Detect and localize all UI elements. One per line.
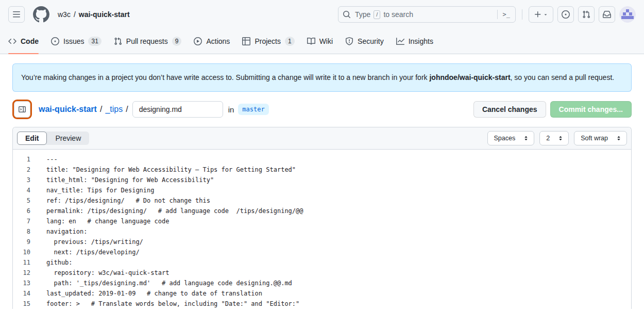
github-mark-icon: [33, 6, 49, 23]
tab-actions[interactable]: Actions: [190, 29, 234, 54]
file-editor-panel: Edit Preview Spaces2Soft wrap 1---2title…: [12, 127, 632, 309]
avatar[interactable]: [619, 6, 636, 23]
line-text: title: "Designing for Web Accessibility …: [30, 166, 296, 173]
line-number: 2: [13, 166, 30, 173]
line-number: 1: [13, 156, 30, 163]
commit-changes-button[interactable]: Commit changes...: [550, 101, 632, 118]
filename-input[interactable]: [132, 101, 223, 118]
line-number: 14: [13, 290, 30, 297]
tab-counter: 1: [285, 37, 295, 46]
tab-security[interactable]: Security: [341, 29, 388, 54]
pull-requests-header-button[interactable]: [578, 6, 595, 23]
tab-label: Actions: [206, 37, 230, 45]
code-icon: [8, 37, 16, 45]
code-line[interactable]: 3title_html: "Designing for Web Accessib…: [13, 175, 631, 185]
issues-header-button[interactable]: [557, 6, 574, 23]
play-icon: [194, 37, 202, 45]
unfold-icon: [557, 135, 564, 142]
line-number: 13: [13, 280, 30, 287]
line-text: title_html: "Designing for Web Accessibi…: [30, 176, 214, 184]
tab-label: Insights: [409, 37, 433, 45]
breadcrumb-dir-link[interactable]: _tips: [105, 105, 123, 114]
banner-text-after: , so you can send a pull request.: [511, 73, 615, 81]
tab-counter: 31: [88, 37, 101, 46]
tab-code[interactable]: Code: [4, 29, 43, 54]
code-line[interactable]: 12 repository: w3c/wai-quick-start: [13, 268, 631, 278]
cancel-changes-button[interactable]: Cancel changes: [473, 101, 546, 118]
main-content: You’re making changes in a project you d…: [0, 63, 644, 309]
select-value: Spaces: [494, 135, 516, 142]
line-number: 10: [13, 249, 30, 256]
code-editor[interactable]: 1---2title: "Designing for Web Accessibi…: [13, 150, 631, 309]
line-text: path: '_tips/designing.md' # add languag…: [30, 280, 292, 287]
issue-opened-icon: [562, 10, 570, 19]
line-number: 6: [13, 207, 30, 215]
tab-pull-requests[interactable]: Pull requests9: [110, 29, 186, 54]
global-header: w3c / wai-quick-start Type / to search >…: [0, 0, 644, 29]
shield-icon: [345, 37, 353, 45]
github-logo[interactable]: [33, 6, 49, 23]
graph-icon: [396, 37, 404, 45]
file-breadcrumb: wai-quick-start / _tips /: [39, 105, 128, 114]
breadcrumb-repo[interactable]: wai-quick-start: [79, 10, 130, 19]
code-line[interactable]: 2title: "Designing for Web Accessibility…: [13, 165, 631, 175]
hamburger-icon: [12, 10, 21, 19]
wrap-mode-select[interactable]: Soft wrap: [574, 131, 627, 145]
breadcrumb-owner[interactable]: w3c: [58, 10, 71, 19]
breadcrumb: w3c / wai-quick-start: [58, 10, 130, 19]
tab-projects[interactable]: Projects1: [238, 29, 298, 54]
file-bar-actions: Cancel changes Commit changes...: [473, 101, 632, 118]
header-actions: Type / to search >_: [338, 6, 636, 23]
code-line[interactable]: 14last_updated: 2019-01-09 # change to d…: [13, 288, 631, 299]
code-line[interactable]: 11github:: [13, 257, 631, 268]
code-line[interactable]: 7lang: en # change language code: [13, 216, 631, 226]
slash-keycap: /: [374, 10, 380, 19]
file-bar: wai-quick-start / _tips / in master Canc…: [12, 101, 632, 118]
editor-controls: Spaces2Soft wrap: [487, 131, 627, 145]
tab-wiki[interactable]: Wiki: [303, 29, 337, 54]
hamburger-menu-button[interactable]: [8, 6, 25, 23]
code-line[interactable]: 5ref: /tips/designing/ # Do not change t…: [13, 195, 631, 206]
create-new-button[interactable]: [529, 6, 553, 23]
tab-issues[interactable]: Issues31: [47, 29, 106, 54]
tab-edit[interactable]: Edit: [17, 132, 47, 145]
line-number: 4: [13, 187, 30, 194]
search-icon: [343, 10, 351, 19]
code-line[interactable]: 10 next: /tips/developing/: [13, 247, 631, 257]
indent-mode-select[interactable]: Spaces: [487, 131, 535, 145]
repo-nav: CodeIssues31Pull requests9ActionsProject…: [0, 29, 644, 54]
edit-preview-tabs: Edit Preview: [17, 132, 89, 145]
indent-size-select[interactable]: 2: [539, 131, 569, 145]
in-label: in: [228, 105, 234, 114]
tab-label: Issues: [63, 37, 84, 45]
breadcrumb-repo-link[interactable]: wai-quick-start: [39, 105, 97, 114]
code-line[interactable]: 6permalink: /tips/designing/ # add langu…: [13, 206, 631, 216]
line-number: 11: [13, 259, 30, 266]
code-line[interactable]: 4nav_title: Tips for Designing: [13, 185, 631, 195]
code-line[interactable]: 8navigation:: [13, 226, 631, 237]
search-placeholder-before: Type: [355, 10, 370, 19]
inbox-button[interactable]: [599, 6, 615, 23]
command-palette-hint[interactable]: >_: [497, 10, 511, 19]
file-tree-toggle-button[interactable]: [14, 101, 30, 118]
tab-preview[interactable]: Preview: [47, 132, 89, 145]
git-pull-request-icon: [114, 37, 122, 45]
editor-toolbar: Edit Preview Spaces2Soft wrap: [13, 127, 631, 150]
tab-label: Projects: [255, 37, 281, 45]
line-text: footer: > # Translate words below, inclu…: [30, 300, 299, 307]
fork-notice-banner: You’re making changes in a project you d…: [12, 63, 632, 92]
search-input[interactable]: Type / to search >_: [338, 6, 516, 23]
code-line[interactable]: 9 previous: /tips/writing/: [13, 237, 631, 247]
table-icon: [242, 37, 250, 45]
tab-label: Wiki: [319, 37, 333, 45]
line-number: 5: [13, 197, 30, 204]
code-line[interactable]: 1---: [13, 154, 631, 165]
code-line[interactable]: 15footer: > # Translate words below, inc…: [13, 299, 631, 309]
banner-fork-name: johndoe/wai-quick-start: [429, 73, 510, 81]
tab-insights[interactable]: Insights: [392, 29, 437, 54]
line-number: 8: [13, 228, 30, 235]
select-value: Soft wrap: [581, 135, 608, 142]
plus-icon: [534, 10, 542, 19]
code-line[interactable]: 13 path: '_tips/designing.md' # add lang…: [13, 278, 631, 288]
header-divider: [522, 9, 522, 20]
